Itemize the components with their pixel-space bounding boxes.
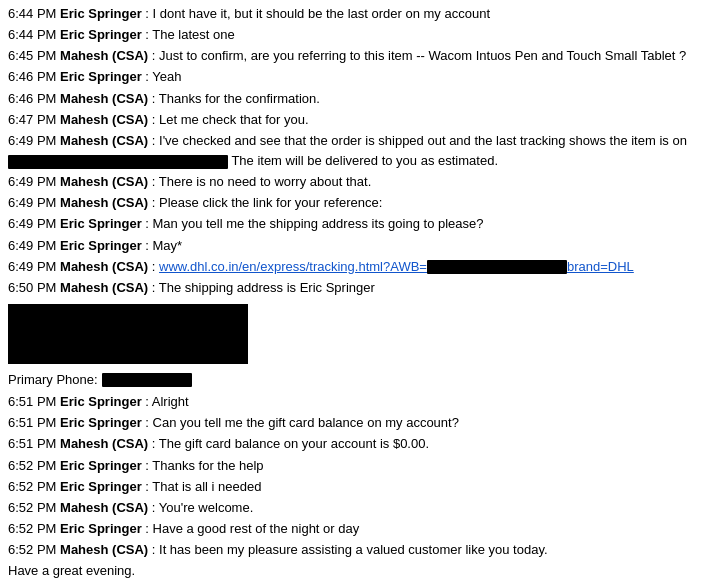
timestamp: 6:45 PM (8, 48, 56, 63)
message-text: The shipping address is Eric Springer (159, 280, 375, 295)
message-text: Have a great evening. (8, 563, 135, 578)
message-text: Have a good rest of the night or day (153, 521, 360, 536)
speaker: Mahesh (CSA) : (60, 48, 159, 63)
chat-line: 6:44 PM Eric Springer : The latest one (8, 25, 693, 45)
chat-line: 6:49 PM Eric Springer : May* (8, 236, 693, 256)
chat-line: 6:52 PM Eric Springer : That is all i ne… (8, 477, 693, 497)
timestamp: 6:50 PM (8, 280, 56, 295)
speaker: Mahesh (CSA) : (60, 133, 159, 148)
timestamp: 6:49 PM (8, 238, 56, 253)
chat-line: 6:44 PM Eric Springer : I dont have it, … (8, 4, 693, 24)
message-text: Man you tell me the shipping address its… (153, 216, 484, 231)
message-text: The latest one (152, 27, 234, 42)
chat-line: 6:52 PM Mahesh (CSA) : It has been my pl… (8, 540, 693, 560)
timestamp: 6:44 PM (8, 6, 56, 21)
timestamp: 6:52 PM (8, 500, 56, 515)
timestamp: 6:44 PM (8, 27, 56, 42)
message-text: Alright (152, 394, 189, 409)
chat-line: 6:49 PM Mahesh (CSA) : www.dhl.co.in/en/… (8, 257, 693, 277)
chat-line: 6:46 PM Eric Springer : Yeah (8, 67, 693, 87)
message-text: Let me check that for you. (159, 112, 309, 127)
speaker: Mahesh (CSA) : (60, 280, 159, 295)
speaker: Mahesh (CSA) : (60, 436, 159, 451)
chat-line: 6:51 PM Eric Springer : Can you tell me … (8, 413, 693, 433)
speaker: Mahesh (CSA) : (60, 112, 159, 127)
timestamp: 6:52 PM (8, 521, 56, 536)
phone-label: Primary Phone: (8, 370, 98, 390)
timestamp: 6:51 PM (8, 415, 56, 430)
speaker: Mahesh (CSA) : (60, 195, 159, 210)
timestamp: 6:49 PM (8, 259, 56, 274)
message-text: That is all i needed (152, 479, 261, 494)
message-text: There is no need to worry about that. (159, 174, 371, 189)
chat-line: 6:47 PM Mahesh (CSA) : Let me check that… (8, 110, 693, 130)
speaker: Eric Springer : (60, 238, 152, 253)
speaker: Mahesh (CSA) : (60, 500, 159, 515)
chat-line: 6:52 PM Mahesh (CSA) : You're welcome. (8, 498, 693, 518)
chat-line: 6:49 PM Mahesh (CSA) : I've checked and … (8, 131, 693, 171)
message-text: It has been my pleasure assisting a valu… (159, 542, 548, 557)
dhl-link-brand[interactable]: brand=DHL (567, 259, 634, 274)
timestamp: 6:49 PM (8, 133, 56, 148)
chat-line: 6:45 PM Mahesh (CSA) : Just to confirm, … (8, 46, 693, 66)
timestamp: 6:49 PM (8, 216, 56, 231)
timestamp: 6:51 PM (8, 394, 56, 409)
message-text: Just to confirm, are you referring to th… (159, 48, 686, 63)
message-text: Yeah (152, 69, 181, 84)
dhl-link[interactable]: www.dhl.co.in/en/express/tracking.html?A… (159, 259, 427, 274)
message-text: May* (153, 238, 183, 253)
timestamp: 6:46 PM (8, 91, 56, 106)
speaker: Eric Springer : (60, 521, 152, 536)
chat-line: 6:49 PM Mahesh (CSA) : Please click the … (8, 193, 693, 213)
timestamp: 6:51 PM (8, 436, 56, 451)
speaker: Eric Springer : (60, 6, 152, 21)
chat-container: 6:44 PM Eric Springer : I dont have it, … (8, 4, 693, 583)
speaker: Eric Springer : (60, 415, 152, 430)
timestamp: 6:46 PM (8, 69, 56, 84)
chat-line: 6:52 PM Eric Springer : Have a good rest… (8, 519, 693, 539)
speaker: Eric Springer : (60, 69, 152, 84)
message-text: You're welcome. (159, 500, 254, 515)
chat-line: 6:51 PM Eric Springer : Alright (8, 392, 693, 412)
timestamp: 6:49 PM (8, 174, 56, 189)
message-text: The gift card balance on your account is… (159, 436, 429, 451)
speaker: Mahesh (CSA) : (60, 259, 159, 274)
redacted-info (8, 155, 228, 169)
phone-line: Primary Phone: (8, 370, 693, 390)
chat-line: 6:49 PM Mahesh (CSA) : There is no need … (8, 172, 693, 192)
speaker: Eric Springer : (60, 216, 152, 231)
message-text: Thanks for the help (152, 458, 263, 473)
speaker: Mahesh (CSA) : (60, 91, 159, 106)
chat-line: 6:52 PM Eric Springer : Thanks for the h… (8, 456, 693, 476)
message-text: Thanks for the confirmation. (159, 91, 320, 106)
message-text: Can you tell me the gift card balance on… (153, 415, 459, 430)
chat-line: 6:46 PM Mahesh (CSA) : Thanks for the co… (8, 89, 693, 109)
speaker: Eric Springer : (60, 458, 152, 473)
redacted-awb (427, 260, 567, 274)
message-text: I dont have it, but it should be the las… (153, 6, 490, 21)
timestamp: 6:52 PM (8, 542, 56, 557)
chat-line: 6:49 PM Eric Springer : Man you tell me … (8, 214, 693, 234)
speaker: Eric Springer : (60, 394, 152, 409)
speaker: Eric Springer : (60, 479, 152, 494)
speaker: Mahesh (CSA) : (60, 174, 159, 189)
timestamp: 6:52 PM (8, 479, 56, 494)
message-text: Please click the link for your reference… (159, 195, 382, 210)
chat-line: 6:50 PM Mahesh (CSA) : The shipping addr… (8, 278, 693, 298)
speaker: Mahesh (CSA) : (60, 542, 159, 557)
chat-line: 6:51 PM Mahesh (CSA) : The gift card bal… (8, 434, 693, 454)
timestamp: 6:49 PM (8, 195, 56, 210)
redacted-address-block (8, 304, 248, 364)
timestamp: 6:52 PM (8, 458, 56, 473)
chat-line: Have a great evening. (8, 561, 693, 581)
timestamp: 6:47 PM (8, 112, 56, 127)
redacted-phone (102, 373, 192, 387)
speaker: Eric Springer : (60, 27, 152, 42)
